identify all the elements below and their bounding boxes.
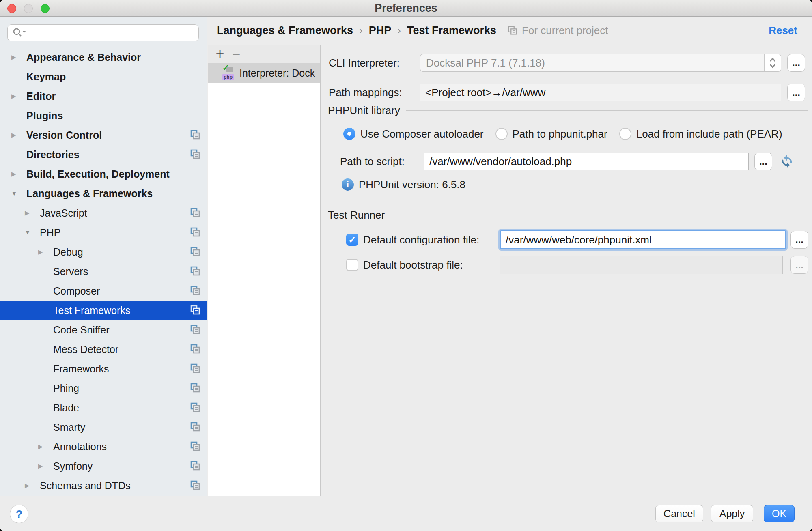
title-bar: Preferences — [0, 0, 812, 17]
sidebar-item-label: Annotations — [53, 441, 107, 453]
chevron-right-icon[interactable]: ▶ — [11, 131, 26, 139]
radio-label: Use Composer autoloader — [360, 128, 484, 140]
sidebar-item-test-frameworks[interactable]: Test Frameworks — [0, 301, 207, 320]
chevron-right-icon[interactable]: ▶ — [38, 443, 53, 450]
sidebar-item-mess-detector[interactable]: Mess Detector — [0, 340, 207, 359]
chevron-right-icon[interactable]: ▶ — [11, 54, 26, 61]
chevron-down-icon[interactable]: ▼ — [11, 190, 26, 197]
apply-button[interactable]: Apply — [711, 505, 753, 522]
help-button[interactable]: ? — [10, 505, 28, 523]
path-to-script-browse-button[interactable]: ... — [754, 153, 772, 170]
sidebar-item-directories[interactable]: Directories — [0, 145, 207, 164]
per-project-settings-icon — [189, 226, 201, 239]
path-mappings-browse-button[interactable]: ... — [787, 84, 805, 101]
sidebar-item-schemas-and-dtds[interactable]: ▶Schemas and DTDs — [0, 476, 207, 495]
radio-path-to-phpunit-phar[interactable]: Path to phpunit.phar — [495, 128, 607, 140]
radio-unselected-icon[interactable] — [619, 128, 631, 140]
chevron-right-icon[interactable]: ▶ — [38, 248, 53, 256]
sidebar-item-php[interactable]: ▼PHP — [0, 223, 207, 242]
default-config-label: Default configuration file: — [363, 230, 479, 249]
radio-use-composer-autoloader[interactable]: Use Composer autoloader — [343, 128, 484, 140]
ok-button[interactable]: OK — [764, 505, 795, 522]
add-button[interactable]: + — [212, 45, 228, 63]
sidebar-item-label: Build, Execution, Deployment — [26, 168, 170, 180]
sidebar-item-annotations[interactable]: ▶Annotations — [0, 437, 207, 456]
search-input[interactable] — [7, 24, 199, 41]
list-item-interpreter[interactable]: ✓ php Interpreter: Dock — [208, 63, 320, 83]
path-mappings-value[interactable]: <Project root>→/var/www — [420, 84, 781, 101]
sidebar-item-debug[interactable]: ▶Debug — [0, 242, 207, 262]
per-project-settings-icon — [189, 129, 201, 141]
sidebar-item-symfony[interactable]: ▶Symfony — [0, 456, 207, 476]
chevron-right-icon[interactable]: ▶ — [11, 92, 26, 100]
phpunit-library-radios: Use Composer autoloaderPath to phpunit.p… — [321, 126, 812, 142]
per-project-settings-icon — [189, 304, 201, 316]
cli-interpreter-value: Docksal PHP 7.1 (7.1.18) — [420, 57, 764, 69]
dialog-footer: ? Cancel Apply OK — [0, 496, 812, 531]
radio-selected-icon[interactable] — [343, 128, 355, 140]
sidebar-item-blade[interactable]: Blade — [0, 398, 207, 417]
cli-interpreter-browse-button[interactable]: ... — [787, 54, 805, 72]
cli-interpreter-select[interactable]: Docksal PHP 7.1 (7.1.18) — [420, 54, 781, 72]
sidebar-item-version-control[interactable]: ▶Version Control — [0, 125, 207, 145]
per-project-settings-icon — [189, 382, 201, 394]
sidebar-item-label: Servers — [53, 266, 88, 277]
sidebar-item-plugins[interactable]: Plugins — [0, 106, 207, 125]
sidebar-item-label: Languages & Frameworks — [26, 188, 153, 200]
reset-link[interactable]: Reset — [769, 24, 797, 37]
chevron-right-icon[interactable]: ▶ — [25, 209, 40, 217]
breadcrumb-item-php[interactable]: PHP — [369, 24, 392, 37]
per-project-settings-icon — [189, 148, 201, 161]
default-config-input[interactable] — [500, 230, 786, 249]
chevron-right-icon[interactable]: ▶ — [38, 462, 53, 470]
remove-button[interactable]: − — [228, 45, 244, 63]
per-project-settings-icon — [189, 246, 201, 258]
phpunit-version-note: PHPUnit version: 6.5.8 — [359, 176, 465, 193]
settings-sidebar: ▶Appearance & BehaviorKeymap▶EditorPlugi… — [0, 17, 207, 496]
default-config-checkbox[interactable]: ✓ — [346, 234, 358, 246]
section-title: PHPUnit library — [328, 104, 400, 117]
default-config-browse-button[interactable]: ... — [790, 231, 808, 249]
sidebar-item-keymap[interactable]: Keymap — [0, 67, 207, 86]
test-frameworks-form: CLI Interpreter: Docksal PHP 7.1 (7.1.18… — [321, 45, 812, 496]
per-project-settings-icon — [189, 421, 201, 433]
chevron-right-icon[interactable]: ▶ — [11, 170, 26, 178]
sidebar-item-smarty[interactable]: Smarty — [0, 417, 207, 437]
chevron-right-icon[interactable]: ▶ — [25, 482, 40, 489]
breadcrumb: Languages & Frameworks›PHP›Test Framewor… — [217, 24, 496, 37]
chevron-down-icon[interactable]: ▼ — [25, 229, 40, 236]
sidebar-item-javascript[interactable]: ▶JavaScript — [0, 203, 207, 223]
per-project-settings-icon — [189, 402, 201, 414]
preferences-window: Preferences ▶Appearance & BehaviorKeymap… — [0, 0, 812, 531]
scope-note: For current project — [507, 24, 608, 37]
sidebar-item-label: Smarty — [53, 421, 85, 433]
sidebar-item-composer[interactable]: Composer — [0, 281, 207, 301]
radio-unselected-icon[interactable] — [495, 128, 508, 140]
sidebar-item-code-sniffer[interactable]: Code Sniffer — [0, 320, 207, 340]
list-toolbar: + − — [208, 45, 320, 63]
radio-load-from-include-path-pear[interactable]: Load from include path (PEAR) — [619, 128, 782, 140]
per-project-settings-icon — [189, 285, 201, 297]
path-to-script-input[interactable] — [424, 153, 749, 170]
php-interpreter-icon: ✓ php — [222, 66, 235, 80]
combo-stepper[interactable] — [764, 54, 781, 71]
sidebar-item-servers[interactable]: Servers — [0, 262, 207, 281]
section-title: Test Runner — [328, 209, 385, 221]
sidebar-item-appearance-behavior[interactable]: ▶Appearance & Behavior — [0, 47, 207, 67]
default-bootstrap-checkbox[interactable] — [346, 259, 358, 271]
sidebar-item-languages-frameworks[interactable]: ▼Languages & Frameworks — [0, 184, 207, 203]
sidebar-item-build-execution-deployment[interactable]: ▶Build, Execution, Deployment — [0, 164, 207, 184]
refresh-icon[interactable] — [778, 153, 795, 170]
sidebar-item-label: Frameworks — [53, 363, 109, 375]
sidebar-item-frameworks[interactable]: Frameworks — [0, 359, 207, 378]
cli-interpreter-label: CLI Interpreter: — [329, 54, 400, 72]
sidebar-item-phing[interactable]: Phing — [0, 378, 207, 398]
sidebar-item-editor[interactable]: ▶Editor — [0, 86, 207, 106]
chevron-up-down-icon — [768, 56, 778, 69]
per-project-settings-icon — [189, 460, 201, 472]
breadcrumb-item-languages-frameworks[interactable]: Languages & Frameworks — [217, 24, 353, 37]
breadcrumb-item-test-frameworks[interactable]: Test Frameworks — [407, 24, 496, 37]
path-mappings-row: Path mappings: <Project root>→/var/www .… — [321, 84, 812, 101]
sidebar-item-label: Appearance & Behavior — [26, 52, 141, 63]
cancel-button[interactable]: Cancel — [655, 505, 703, 522]
